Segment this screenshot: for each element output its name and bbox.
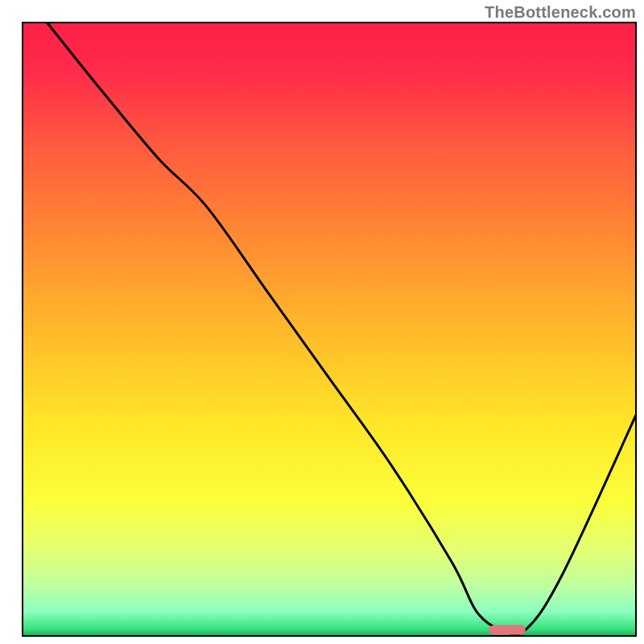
chart-container: TheBottleneck.com	[0, 0, 644, 644]
watermark-text: TheBottleneck.com	[485, 3, 636, 22]
gradient-background	[23, 23, 636, 636]
optimal-zone-marker	[489, 625, 526, 634]
bottleneck-chart	[0, 0, 644, 644]
